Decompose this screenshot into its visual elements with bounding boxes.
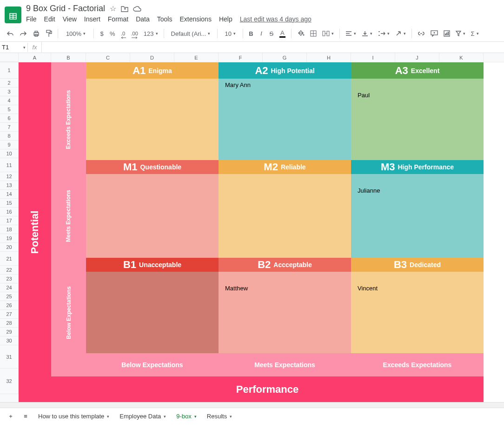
box-a1-body[interactable] xyxy=(86,79,219,160)
box-m3-body[interactable]: Julianne xyxy=(351,174,484,258)
functions-button[interactable]: Σ xyxy=(469,28,481,39)
merge-button[interactable] xyxy=(320,28,336,39)
move-icon[interactable] xyxy=(121,6,128,12)
row-header[interactable]: 13 xyxy=(0,181,19,190)
row-header[interactable]: 22 xyxy=(0,266,19,275)
spreadsheet-cells[interactable]: Potential A1Enigma A2High Potential A3Ex… xyxy=(19,62,504,402)
row-header[interactable]: 6 xyxy=(0,114,19,123)
col-header[interactable]: E xyxy=(174,53,219,62)
row-header[interactable]: 7 xyxy=(0,123,19,132)
font-size-dropdown[interactable]: 10 xyxy=(221,28,239,39)
comment-button[interactable] xyxy=(429,28,440,39)
col-header[interactable]: H xyxy=(307,53,351,62)
row-header[interactable]: 32 xyxy=(0,369,19,394)
row-header[interactable]: 8 xyxy=(0,132,19,141)
sheet-tab[interactable]: How to use this template▾ xyxy=(33,408,114,425)
sheet-tab[interactable]: Employee Data▾ xyxy=(115,408,171,425)
print-button[interactable] xyxy=(31,28,42,39)
italic-button[interactable]: I xyxy=(257,28,265,39)
fill-color-button[interactable] xyxy=(295,28,306,39)
last-edit-link[interactable]: Last edit was 4 days ago xyxy=(240,15,312,23)
bold-button[interactable]: B xyxy=(247,28,255,39)
row-header[interactable]: 17 xyxy=(0,216,19,225)
v-align-button[interactable] xyxy=(360,28,374,39)
col-header[interactable]: A xyxy=(19,53,51,62)
decrease-decimal-button[interactable]: .0 xyxy=(119,28,127,39)
col-header[interactable]: G xyxy=(263,53,307,62)
menu-insert[interactable]: Insert xyxy=(84,15,100,23)
row-header[interactable]: 11 xyxy=(0,158,19,172)
menu-edit[interactable]: Edit xyxy=(44,15,55,23)
row-header[interactable]: 4 xyxy=(0,96,19,105)
h-align-button[interactable] xyxy=(344,28,358,39)
wrap-button[interactable] xyxy=(376,28,391,39)
menu-view[interactable]: View xyxy=(63,15,77,23)
row-header[interactable]: 29 xyxy=(0,328,19,336)
row-header[interactable]: 10 xyxy=(0,149,19,158)
insert-chart-button[interactable] xyxy=(442,28,452,39)
increase-decimal-button[interactable]: .00 xyxy=(129,28,140,39)
row-header[interactable]: 15 xyxy=(0,199,19,208)
borders-button[interactable] xyxy=(308,28,318,39)
row-header[interactable]: 19 xyxy=(0,234,19,243)
row-header[interactable]: 27 xyxy=(0,310,19,319)
row-header[interactable]: 20 xyxy=(0,243,19,252)
select-all-corner[interactable] xyxy=(0,53,19,62)
row-header[interactable]: 1 xyxy=(0,62,19,79)
row-header[interactable]: 3 xyxy=(0,87,19,96)
link-button[interactable] xyxy=(416,28,427,39)
box-m2-body[interactable] xyxy=(219,174,351,258)
row-header[interactable]: 16 xyxy=(0,208,19,216)
redo-button[interactable] xyxy=(18,28,29,39)
star-icon[interactable]: ☆ xyxy=(110,4,116,13)
strikethrough-button[interactable]: S xyxy=(267,28,276,39)
row-header[interactable]: 28 xyxy=(0,319,19,328)
menu-help[interactable]: Help xyxy=(219,15,232,23)
menu-file[interactable]: File xyxy=(26,15,37,23)
col-header[interactable]: J xyxy=(395,53,439,62)
row-header[interactable]: 30 xyxy=(0,336,19,345)
zoom-dropdown[interactable]: 100% xyxy=(62,28,90,39)
row-header[interactable]: 18 xyxy=(0,225,19,234)
menu-data[interactable]: Data xyxy=(136,15,150,23)
rotate-button[interactable] xyxy=(393,28,408,39)
currency-button[interactable]: $ xyxy=(98,28,106,39)
menu-tools[interactable]: Tools xyxy=(157,15,172,23)
row-header[interactable]: 12 xyxy=(0,172,19,181)
add-sheet-button[interactable]: + xyxy=(4,408,18,425)
cloud-icon[interactable] xyxy=(133,6,141,12)
box-a2-body[interactable]: Mary Ann xyxy=(219,79,351,160)
box-a3-body[interactable]: Paul xyxy=(351,79,484,160)
text-color-button[interactable]: A xyxy=(278,28,287,39)
box-b2-body[interactable]: Matthew xyxy=(219,272,351,353)
sheet-tab-active[interactable]: 9-box▾ xyxy=(172,408,201,425)
sheet-tab[interactable]: Results▾ xyxy=(202,408,237,425)
menu-extensions[interactable]: Extensions xyxy=(179,15,211,23)
col-header[interactable]: K xyxy=(439,53,484,62)
row-header[interactable]: 23 xyxy=(0,275,19,283)
box-b1-body[interactable] xyxy=(86,272,219,353)
row-header[interactable]: 14 xyxy=(0,190,19,199)
col-header[interactable]: C xyxy=(86,53,130,62)
more-formats-button[interactable]: 123 xyxy=(142,28,160,39)
name-box[interactable]: T1 xyxy=(0,43,28,52)
sheets-app-icon[interactable] xyxy=(5,7,21,23)
col-header[interactable]: B xyxy=(51,53,86,62)
row-header[interactable]: 25 xyxy=(0,292,19,301)
row-header[interactable]: 21 xyxy=(0,252,19,266)
font-dropdown[interactable]: Default (Ari... xyxy=(168,28,214,39)
row-header[interactable]: 2 xyxy=(0,79,19,87)
row-header[interactable]: 9 xyxy=(0,141,19,149)
formula-input[interactable] xyxy=(42,47,504,48)
col-header[interactable]: I xyxy=(351,53,395,62)
percent-button[interactable]: % xyxy=(108,28,117,39)
row-header[interactable]: 31 xyxy=(0,345,19,369)
all-sheets-button[interactable]: ≡ xyxy=(19,408,33,425)
row-header[interactable]: 26 xyxy=(0,301,19,310)
col-header[interactable]: D xyxy=(130,53,174,62)
box-m1-body[interactable] xyxy=(86,174,219,258)
paint-format-button[interactable] xyxy=(44,28,54,39)
menu-format[interactable]: Format xyxy=(108,15,128,23)
row-header[interactable]: 24 xyxy=(0,283,19,292)
box-b3-body[interactable]: Vincent xyxy=(351,272,484,353)
